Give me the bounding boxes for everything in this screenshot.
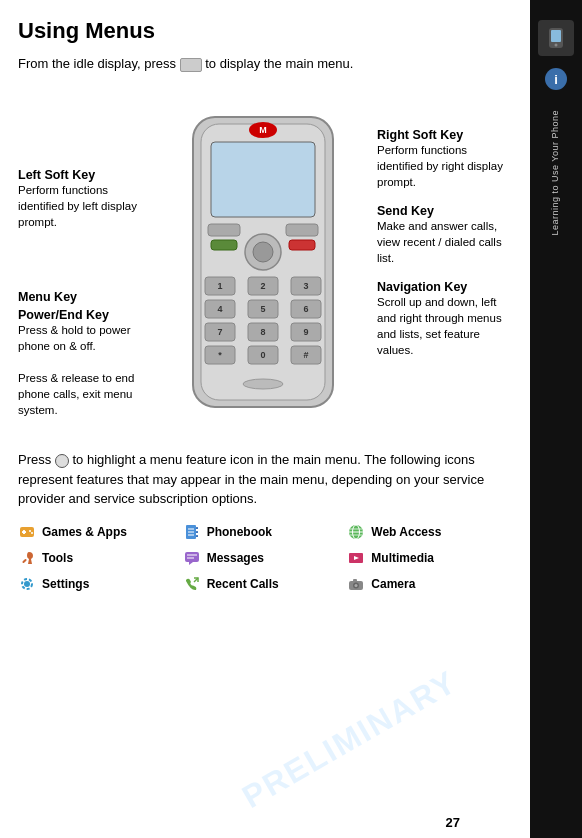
phonebook-icon [183, 523, 201, 541]
svg-rect-2 [211, 142, 315, 217]
game-icon [18, 523, 36, 541]
feature-recent-calls: Recent Calls [183, 573, 348, 595]
svg-point-64 [355, 584, 358, 587]
info-badge: i [545, 68, 567, 90]
left-annotations: Left Soft Key Perform functions identifi… [18, 88, 148, 437]
svg-text:#: # [303, 350, 308, 360]
right-annotations: Right Soft Key Perform functions identif… [377, 88, 512, 437]
feature-phonebook-label: Phonebook [207, 525, 272, 539]
svg-rect-67 [551, 30, 561, 42]
intro-text: From the idle display, press to display … [18, 54, 512, 74]
page-title: Using Menus [18, 18, 512, 44]
settings-icon [18, 575, 36, 593]
svg-text:6: 6 [303, 304, 308, 314]
svg-point-8 [253, 242, 273, 262]
svg-text:3: 3 [303, 281, 308, 291]
svg-point-60 [24, 581, 30, 587]
svg-rect-10 [289, 240, 315, 250]
sidebar: i Learning to Use Your Phone [530, 0, 582, 838]
svg-rect-38 [22, 531, 26, 533]
svg-rect-54 [185, 552, 199, 562]
right-soft-key-body: Perform functions identified by right di… [377, 142, 512, 190]
power-end-key-annotation: Power/End Key Press & hold to power phon… [18, 308, 148, 419]
feature-recent-calls-label: Recent Calls [207, 577, 279, 591]
multimedia-icon [347, 549, 365, 567]
left-soft-key-annotation: Left Soft Key Perform functions identifi… [18, 168, 148, 230]
feature-camera: Camera [347, 573, 512, 595]
svg-point-40 [31, 532, 33, 534]
svg-text:8: 8 [260, 327, 265, 337]
svg-text:2: 2 [260, 281, 265, 291]
feature-games-apps-label: Games & Apps [42, 525, 127, 539]
feature-settings: Settings [18, 573, 183, 595]
phone-svg: M 1 2 3 [183, 112, 343, 412]
feature-messages-label: Messages [207, 551, 264, 565]
camera-icon [347, 575, 365, 593]
svg-rect-53 [22, 558, 27, 563]
phone-image: M 1 2 3 [148, 88, 377, 437]
feature-messages: Messages [183, 547, 348, 569]
power-end-key-body: Press & hold to power phone on & off. Pr… [18, 322, 148, 419]
feature-phonebook: Phonebook [183, 521, 348, 543]
svg-rect-43 [196, 531, 198, 533]
svg-rect-6 [286, 224, 318, 236]
svg-point-35 [243, 379, 283, 389]
right-soft-key-annotation: Right Soft Key Perform functions identif… [377, 128, 512, 190]
left-soft-key-body: Perform functions identified by left dis… [18, 182, 148, 230]
svg-point-39 [29, 530, 31, 532]
svg-point-68 [555, 44, 558, 47]
feature-multimedia: Multimedia [347, 547, 512, 569]
navigation-key-title: Navigation Key [377, 280, 512, 294]
tools-icon [18, 549, 36, 567]
feature-games-apps: Games & Apps [18, 521, 183, 543]
send-key-title: Send Key [377, 204, 512, 218]
sidebar-icon-box [538, 20, 574, 56]
menu-key-annotation: Menu Key [18, 290, 148, 304]
svg-rect-42 [196, 527, 198, 529]
menu-key-title: Menu Key [18, 290, 148, 304]
messages-icon [183, 549, 201, 567]
bottom-intro-text: Press to highlight a menu feature icon i… [18, 450, 512, 509]
phone-diagram-area: Left Soft Key Perform functions identifi… [18, 88, 512, 437]
svg-text:9: 9 [303, 327, 308, 337]
features-grid: Games & Apps Phonebook [18, 521, 512, 595]
svg-rect-65 [353, 579, 357, 582]
info-icon: i [554, 72, 558, 87]
feature-web-access-label: Web Access [371, 525, 441, 539]
send-key-annotation: Send Key Make and answer calls, view rec… [377, 204, 512, 266]
feature-tools: Tools [18, 547, 183, 569]
right-soft-key-title: Right Soft Key [377, 128, 512, 142]
svg-rect-5 [208, 224, 240, 236]
svg-text:5: 5 [260, 304, 265, 314]
web-icon [347, 523, 365, 541]
svg-text:*: * [218, 350, 222, 360]
svg-text:7: 7 [217, 327, 222, 337]
svg-rect-44 [196, 535, 198, 537]
svg-rect-9 [211, 240, 237, 250]
feature-settings-label: Settings [42, 577, 89, 591]
sidebar-phone-icon [545, 27, 567, 49]
sidebar-label: Learning to Use Your Phone [550, 110, 562, 236]
svg-text:0: 0 [260, 350, 265, 360]
send-key-body: Make and answer calls, view recent / dia… [377, 218, 512, 266]
power-end-key-title: Power/End Key [18, 308, 148, 322]
page-number: 27 [446, 815, 460, 830]
navigation-key-annotation: Navigation Key Scroll up and down, left … [377, 280, 512, 358]
feature-tools-label: Tools [42, 551, 73, 565]
svg-marker-57 [189, 562, 193, 565]
feature-web-access: Web Access [347, 521, 512, 543]
svg-text:4: 4 [217, 304, 222, 314]
svg-text:1: 1 [217, 281, 222, 291]
svg-text:M: M [259, 125, 267, 135]
feature-multimedia-label: Multimedia [371, 551, 434, 565]
watermark: PRELIMINARY [236, 663, 463, 816]
feature-camera-label: Camera [371, 577, 415, 591]
left-soft-key-title: Left Soft Key [18, 168, 148, 182]
navigation-key-body: Scroll up and down, left and right throu… [377, 294, 512, 358]
recent-calls-icon [183, 575, 201, 593]
